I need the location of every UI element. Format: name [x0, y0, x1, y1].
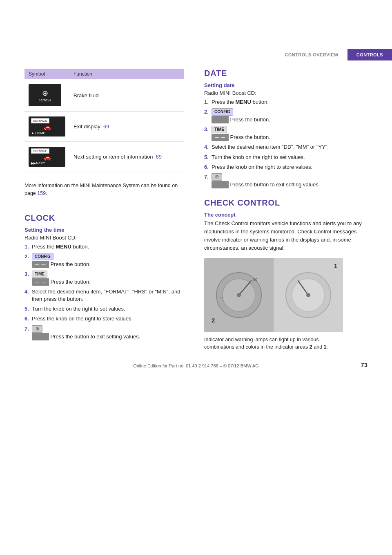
next-setting-text: Next setting or item of information — [74, 154, 153, 160]
step-content-5: Turn the knob on the right to set values… — [32, 305, 184, 313]
nav-bar: CONTROLS OVERVIEW CONTROLS — [0, 0, 392, 60]
service-next-icon: SERVICE 🚗 ▶▶NEXT — [29, 147, 65, 167]
date-title: DATE — [204, 69, 368, 78]
caption-label1: 1 — [324, 344, 327, 350]
caption-label2: 2 — [310, 344, 312, 350]
dash-btn-3: — — — [32, 278, 49, 286]
step-content-7: ⊞ — — Press the button to exit setting v… — [32, 325, 184, 340]
next-label: ▶▶NEXT — [31, 161, 45, 165]
date-step2-btn: — — Press the button. — [212, 116, 270, 123]
exit-badge-clock: ⊞ — [32, 325, 42, 333]
more-info-suffix: . — [46, 190, 47, 196]
dash-btn-7: — — — [32, 333, 49, 340]
date-step2-badge: CONFIG — [212, 108, 368, 116]
symbol-cell-service-home: SERVICE 🚗 ▲ HOME — [24, 112, 69, 142]
date-section: DATE Setting date Radio MINI Boost CD: 1… — [204, 69, 368, 188]
date-step-num-5: 5. — [204, 154, 212, 161]
check-control-image: 0 80 2 1 — [204, 258, 343, 332]
nav-item-overview[interactable]: CONTROLS OVERVIEW — [276, 49, 347, 60]
table-row: ⊕ 12/2014 Brake fluid — [24, 79, 184, 112]
divider — [24, 209, 184, 209]
more-info-text: More information on the MINI Maintenance… — [24, 183, 178, 196]
date-step-content-3: TIME — — Press the button. — [212, 126, 368, 141]
exit-badge-date: ⊞ — [212, 173, 222, 181]
date-step3-badge: TIME — [212, 126, 368, 133]
clock-icon: ⊕ — [42, 89, 48, 98]
step-num-2: 2. — [24, 253, 32, 260]
car-icon: 🚗 — [31, 124, 63, 130]
clock-title: CLOCK — [24, 213, 184, 223]
step-7: 7. ⊞ — — Press the button to exit settin… — [24, 325, 184, 340]
clock-subtitle: Setting the time — [24, 227, 184, 233]
date-step-num-6: 6. — [204, 163, 212, 171]
date-step2-text: Press the button. — [230, 116, 270, 123]
svg-text:80: 80 — [253, 278, 257, 282]
check-control-caption: Indicator and warning lamps can light up… — [204, 336, 343, 351]
date-step-6: 6. Press the knob on the right to store … — [204, 163, 368, 171]
table-row: SERVICE 🚗 ▲ HOME Exit display 69 — [24, 112, 184, 142]
more-info: More information on the MINI Maintenance… — [24, 182, 184, 197]
clock-date: 12/2014 — [39, 98, 51, 102]
date-step-content-6: Press the knob on the right to store val… — [212, 163, 368, 171]
step-content-4: Select the desired menu item, "FORMAT", … — [32, 288, 184, 303]
page-number: 73 — [361, 361, 368, 368]
step-3: 3. TIME — — Press the button. — [24, 271, 184, 286]
date-step-3: 3. TIME — — Press the button. — [204, 126, 368, 141]
left-column: Symbol Function ⊕ 12/2014 Brake fluid — [24, 69, 196, 351]
caption-prefix: Indicator and warning lamps can light up… — [204, 337, 319, 350]
next-setting-link[interactable]: 69 — [156, 154, 162, 160]
date-step7-text: Press the button to exit setting values. — [230, 181, 320, 188]
exit-icon-clock: ⊞ — [36, 326, 39, 332]
step-num-1: 1. — [24, 243, 32, 251]
date-dash-btn-3: — — — [212, 134, 229, 141]
step2-badge-row: CONFIG — [32, 253, 184, 260]
step-4: 4. Select the desired menu item, "FORMAT… — [24, 288, 184, 303]
exit-display-text: Exit display — [74, 123, 100, 130]
service-label-next: SERVICE — [31, 148, 49, 154]
function-next: Next setting or item of information 69 — [69, 142, 184, 172]
label-2: 2 — [212, 317, 215, 324]
check-concept-title: The concept — [204, 212, 368, 218]
svg-point-3 — [237, 293, 241, 297]
exit-display-link[interactable]: 69 — [103, 123, 109, 130]
date-radio-label: Radio MINI Boost CD: — [204, 90, 368, 96]
date-step7-badge: ⊞ — [212, 173, 368, 181]
check-control-title: CHECK CONTROL — [204, 198, 368, 208]
step7-btn-row: — — Press the button to exit setting val… — [32, 333, 140, 340]
main-content: Symbol Function ⊕ 12/2014 Brake fluid — [0, 69, 392, 351]
dash-btn-2: — — — [32, 261, 49, 268]
step-6: 6. Press the knob on the right to store … — [24, 315, 184, 322]
home-label: ▲ HOME — [31, 131, 45, 135]
function-brake: Brake fluid — [69, 79, 184, 112]
right-gauge-svg — [282, 269, 335, 322]
time-badge: TIME — [32, 271, 47, 278]
check-img-inner: 0 80 2 1 — [204, 258, 343, 332]
service-label: SERVICE — [31, 118, 49, 123]
check-control-body: The Check Control monitors vehicle funct… — [204, 219, 368, 253]
col-function: Function — [69, 69, 184, 79]
date-step-num-2: 2. — [204, 108, 212, 116]
gauge-right: 1 — [274, 258, 343, 332]
step7-badge-row: ⊞ — [32, 325, 184, 333]
brake-fluid-text: Brake fluid — [74, 92, 98, 98]
date-subtitle: Setting date — [204, 82, 368, 88]
date-step-4: 4. Select the desired menu item "DD", "M… — [204, 143, 368, 151]
nav-item-controls[interactable]: CONTROLS — [347, 49, 392, 60]
left-gauge-svg: 0 80 — [212, 269, 265, 322]
step-2: 2. CONFIG — — Press the button. — [24, 253, 184, 268]
step-1: 1. Press the MENU button. — [24, 243, 184, 251]
step3-btn-row: — — Press the button. — [32, 278, 91, 286]
page-footer: Online Edition for Part no. 01 40 2 914 … — [0, 351, 392, 376]
footer-text: Online Edition for Part no. 01 40 2 914 … — [133, 363, 259, 368]
step-num-6: 6. — [24, 315, 32, 322]
nav-overview-label: CONTROLS OVERVIEW — [285, 52, 338, 57]
more-info-link[interactable]: 159 — [37, 190, 46, 196]
step3-text: Press the button. — [51, 278, 91, 286]
function-exit: Exit display 69 — [69, 112, 184, 142]
svg-point-9 — [306, 293, 310, 297]
step-content-1: Press the MENU button. — [32, 243, 184, 251]
right-column: DATE Setting date Radio MINI Boost CD: 1… — [196, 69, 368, 351]
date-dash-btn-7: — — — [212, 181, 229, 188]
car-icon-next: 🚗 — [31, 154, 63, 161]
step3-badge-row: TIME — [32, 271, 184, 278]
